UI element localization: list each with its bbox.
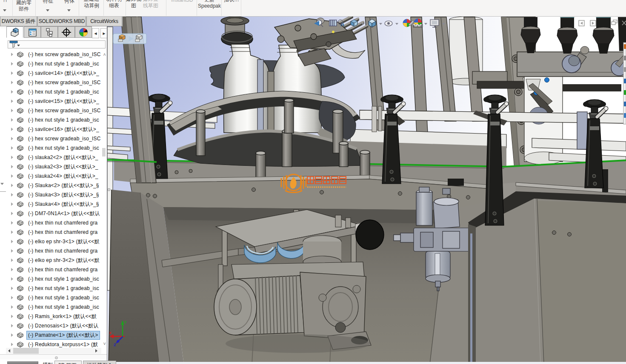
- svg-text:Z: Z: [114, 343, 116, 347]
- svg-text:X: X: [109, 331, 111, 335]
- svg-text:Y: Y: [124, 320, 127, 324]
